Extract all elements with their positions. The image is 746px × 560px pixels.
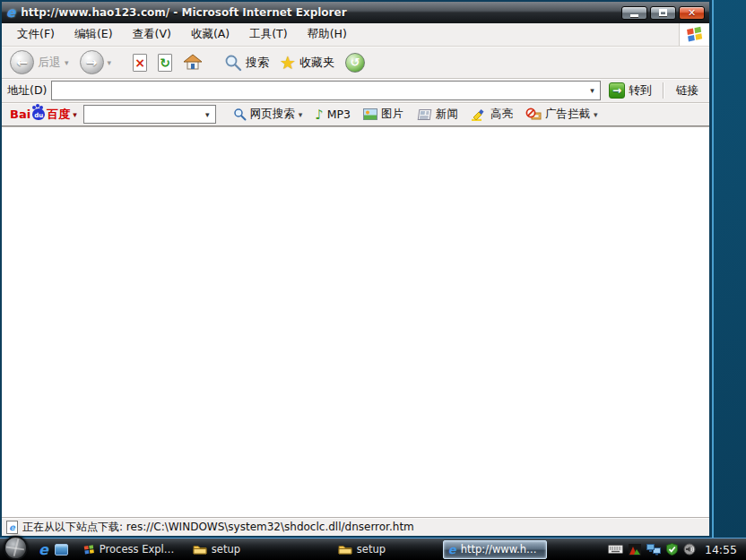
menu-file[interactable]: 文件(F) <box>7 23 65 46</box>
taskbar-task-process-explorer[interactable]: Process Explorer ... <box>79 540 183 559</box>
address-dropdown-icon[interactable]: ▾ <box>585 82 600 99</box>
baidu-adblock-dropdown-icon[interactable]: ▾ <box>594 110 598 119</box>
baidu-adblock-label: 广告拦截 <box>545 107 590 122</box>
network-icon[interactable] <box>646 544 661 556</box>
home-button[interactable] <box>180 52 205 73</box>
music-note-icon: ♪ <box>315 107 324 123</box>
close-icon: ✕ <box>688 8 696 18</box>
baidu-highlight-button[interactable]: 高亮 <box>466 105 517 124</box>
favorites-label: 收藏夹 <box>299 55 334 71</box>
menu-view[interactable]: 查看(V) <box>123 23 181 46</box>
desktop: e http://www.hao123.com/ - Microsoft Int… <box>0 0 746 560</box>
minimize-button[interactable] <box>621 6 647 20</box>
window-title: http://www.hao123.com/ - Microsoft Inter… <box>21 6 621 19</box>
back-dropdown-icon[interactable]: ▾ <box>65 58 69 67</box>
picture-icon <box>363 108 377 120</box>
baidu-search-input[interactable] <box>84 108 200 121</box>
baidu-logo-cn: 百度 <box>47 107 70 123</box>
taskbar-task-setup-2[interactable]: setup <box>334 540 438 559</box>
links-button[interactable]: 链接 <box>671 83 704 99</box>
ie-logo-icon: e <box>6 4 15 21</box>
menu-favorites[interactable]: 收藏(A) <box>181 23 239 46</box>
baidu-images-label: 图片 <box>381 107 403 122</box>
baidu-search-dropdown-icon[interactable]: ▾ <box>200 106 215 123</box>
newspaper-icon <box>416 108 432 121</box>
ie-browser-window: e http://www.hao123.com/ - Microsoft Int… <box>0 0 712 538</box>
baidu-search-field[interactable]: ▾ <box>83 105 216 124</box>
navigation-toolbar: ← 后退 ▾ → ▾ × ↻ <box>2 47 709 79</box>
status-bar: e 正在从以下站点下载: res://C:\WINDOWS\system32\s… <box>2 517 709 536</box>
taskbar-task-setup-1[interactable]: setup <box>188 540 292 559</box>
system-tray: 14:55 <box>599 543 742 556</box>
forward-button[interactable]: → ▾ <box>77 48 115 76</box>
back-label: 后退 <box>38 55 61 71</box>
taskbar: e Process Explorer ... <box>0 538 746 560</box>
back-button[interactable]: ← 后退 ▾ <box>7 48 72 76</box>
document-icon: e <box>6 521 18 534</box>
baidu-logo-dropdown-icon[interactable]: ▾ <box>73 110 77 119</box>
back-icon: ← <box>10 50 34 74</box>
baidu-logo-button[interactable]: Bai du 百度 ▾ <box>7 106 80 124</box>
baidu-news-label: 新闻 <box>436 107 458 122</box>
quick-launch: e <box>31 541 75 558</box>
address-input[interactable] <box>52 82 585 99</box>
forward-dropdown-icon[interactable]: ▾ <box>108 58 112 67</box>
baidu-highlight-label: 高亮 <box>490 107 513 122</box>
address-bar: 地址(D) ▾ → 转到 链接 <box>2 79 709 103</box>
baidu-search-icon <box>233 108 247 121</box>
quick-launch-ie-icon[interactable]: e <box>39 541 48 558</box>
search-label: 搜索 <box>246 55 269 71</box>
baidu-mp3-button[interactable]: ♪ MP3 <box>310 105 355 125</box>
baidu-paw-icon: du <box>32 108 45 120</box>
window-controls: ✕ <box>621 6 705 20</box>
quick-launch-window-icon[interactable] <box>55 544 68 556</box>
baidu-web-search-dropdown-icon[interactable]: ▾ <box>299 110 303 119</box>
page-content <box>2 126 709 517</box>
refresh-button[interactable]: ↻ <box>155 52 175 73</box>
refresh-icon: ↻ <box>158 54 172 72</box>
go-button[interactable]: → 转到 <box>605 82 655 99</box>
keyboard-layout-icon[interactable] <box>608 545 623 554</box>
address-label: 地址(D) <box>7 83 47 99</box>
search-icon <box>224 54 242 72</box>
address-field[interactable]: ▾ <box>51 81 601 100</box>
ie-icon: e <box>448 543 456 556</box>
status-text: 正在从以下站点下载: res://C:\WINDOWS\system32\shd… <box>22 520 414 535</box>
menu-bar: 文件(F) 编辑(E) 查看(V) 收藏(A) 工具(T) 帮助(H) <box>2 23 709 47</box>
go-label: 转到 <box>629 82 652 99</box>
windows-logo-icon <box>679 23 709 46</box>
stop-button[interactable]: × <box>130 52 150 73</box>
history-button[interactable]: ↺ <box>343 51 368 74</box>
favorites-button[interactable]: ★ 收藏夹 <box>277 50 337 75</box>
volume-icon[interactable] <box>683 543 696 556</box>
favorites-star-icon: ★ <box>280 52 296 73</box>
traffic-monitor-icon[interactable] <box>629 544 641 556</box>
search-button[interactable]: 搜索 <box>221 52 272 73</box>
ad-block-icon <box>525 108 542 121</box>
taskbar-task-ie-active[interactable]: e http://www.hao... <box>443 540 547 559</box>
close-button[interactable]: ✕ <box>679 6 705 20</box>
menu-tools[interactable]: 工具(T) <box>239 23 297 46</box>
baidu-images-button[interactable]: 图片 <box>359 105 408 124</box>
maximize-icon <box>659 9 667 16</box>
baidu-web-search-label: 网页搜索 <box>250 107 295 122</box>
baidu-adblock-button[interactable]: 广告拦截 ▾ <box>521 105 603 124</box>
home-icon <box>183 54 203 71</box>
title-bar[interactable]: e http://www.hao123.com/ - Microsoft Int… <box>2 2 709 23</box>
menu-help[interactable]: 帮助(H) <box>298 23 357 46</box>
folder-icon <box>193 544 207 555</box>
stop-icon: × <box>133 54 147 72</box>
baidu-mp3-label: MP3 <box>327 108 351 121</box>
forward-icon: → <box>80 50 104 74</box>
security-shield-icon[interactable] <box>666 543 678 556</box>
highlighter-icon <box>471 108 487 121</box>
maximize-button[interactable] <box>650 6 676 20</box>
taskbar-clock[interactable]: 14:55 <box>705 543 737 556</box>
minimize-icon <box>630 14 638 17</box>
windows-app-icon <box>83 544 95 556</box>
baidu-news-button[interactable]: 新闻 <box>412 105 463 124</box>
baidu-web-search-button[interactable]: 网页搜索 ▾ <box>229 105 308 124</box>
go-arrow-icon: → <box>609 82 625 99</box>
start-button[interactable] <box>4 536 28 560</box>
menu-edit[interactable]: 编辑(E) <box>65 23 123 46</box>
